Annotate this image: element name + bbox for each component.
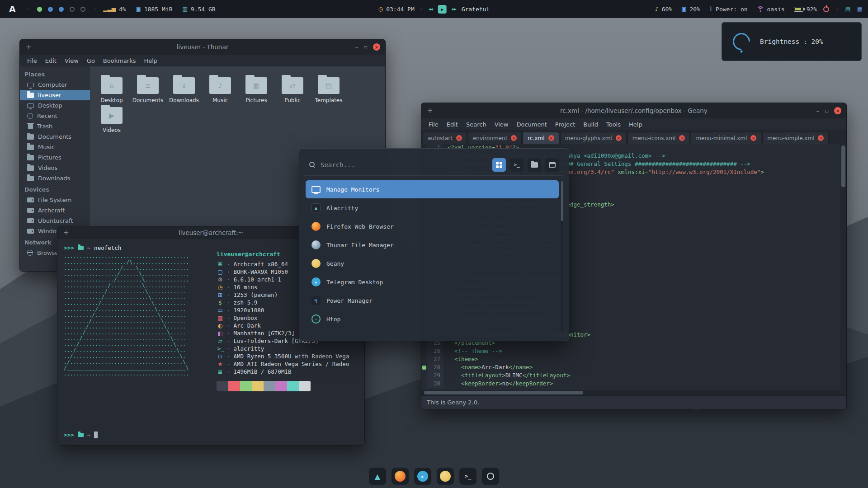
windows-mode-button[interactable] — [545, 158, 559, 172]
folder-public[interactable]: ⇄Public — [274, 74, 311, 103]
sidebar-item-recent[interactable]: Recent — [20, 111, 90, 121]
sidebar-item-liveuser[interactable]: liveuser — [20, 90, 90, 100]
geany-menu-file[interactable]: File — [425, 120, 442, 129]
sidebar-item-ubuntucraft[interactable]: Ubuntucraft — [20, 216, 90, 226]
thunar-menu-bookmarks[interactable]: Bookmarks — [99, 56, 140, 65]
maximize-icon[interactable]: ▫ — [363, 44, 368, 51]
workspace-3-indicator[interactable] — [59, 7, 64, 12]
tab-close-icon[interactable]: × — [456, 135, 462, 141]
brightness-notification[interactable]: Brightness : 20% — [722, 22, 862, 61]
sidebar-item-pictures[interactable]: Pictures — [20, 152, 90, 163]
geany-menu-build[interactable]: Build — [580, 120, 602, 129]
media-play-icon[interactable]: ▶ — [438, 5, 447, 14]
geany-menu-edit[interactable]: Edit — [443, 120, 462, 129]
thunar-menu-go[interactable]: Go — [83, 56, 99, 65]
workspace-5-indicator[interactable] — [80, 7, 85, 12]
tab-close-icon[interactable]: × — [548, 135, 554, 141]
dock-item-geany[interactable] — [436, 467, 454, 485]
launcher-item-manage-monitors[interactable]: Manage Monitors — [306, 180, 559, 198]
sidebar-item-archcraft[interactable]: Archcraft — [20, 205, 90, 216]
workspace-2-indicator[interactable] — [48, 7, 53, 12]
geany-menu-project[interactable]: Project — [552, 120, 579, 129]
dock-item-launcher[interactable] — [481, 467, 500, 485]
thunar-titlebar[interactable]: + liveuser - Thunar – ▫ × — [20, 39, 385, 55]
close-icon[interactable]: × — [834, 107, 841, 114]
dock-item-firefox[interactable] — [391, 467, 409, 485]
tab-close-icon[interactable]: × — [750, 135, 756, 141]
search-input[interactable]: Search... — [321, 161, 487, 169]
tab-close-icon[interactable]: × — [818, 135, 824, 141]
folder-music[interactable]: ♪Music — [202, 74, 238, 103]
folder-videos[interactable]: ▶Videos — [94, 103, 130, 133]
tray-grid-icon[interactable]: ▤ — [845, 6, 850, 13]
launcher-item-htop[interactable]: ▴Htop — [306, 310, 559, 328]
launcher-item-power-manager[interactable]: ↯Power Manager — [306, 291, 559, 310]
dock-item-alacritty[interactable]: ▲ — [368, 467, 387, 485]
thunar-menu-help[interactable]: Help — [140, 56, 161, 65]
launcher-item-geany[interactable]: Geany — [306, 254, 559, 272]
geany-menu-document[interactable]: Document — [513, 120, 550, 129]
dock-item-telegram[interactable]: ▸ — [414, 467, 432, 485]
info-icon: ▭ — [217, 306, 224, 314]
geany-menu-tools[interactable]: Tools — [603, 120, 624, 129]
launcher-item-telegram-desktop[interactable]: ▸Telegram Desktop — [306, 273, 559, 291]
tab-autostart[interactable]: autostart× — [423, 132, 467, 144]
workspace-1-indicator[interactable] — [37, 7, 42, 12]
tab-rc-xml[interactable]: rc.xml× — [523, 132, 559, 144]
close-icon[interactable]: × — [373, 43, 380, 51]
media-next-icon[interactable]: ▶▶ — [452, 7, 456, 11]
tab-menu-icons-xml[interactable]: menu-icons.xml× — [627, 132, 690, 144]
tab-environment[interactable]: environment× — [468, 132, 522, 144]
folder-downloads[interactable]: ↓Downloads — [166, 74, 202, 103]
folder-pictures[interactable]: ▦Pictures — [238, 74, 274, 103]
thunar-menu-view[interactable]: View — [61, 56, 82, 65]
folder-templates[interactable]: ▤Templates — [311, 74, 347, 103]
thunar-menu-edit[interactable]: Edit — [42, 56, 60, 65]
tab-close-icon[interactable]: × — [616, 135, 622, 141]
dock-item-terminal[interactable]: >_ — [459, 467, 477, 485]
workspace-4-indicator[interactable] — [70, 7, 75, 12]
window-plus-icon[interactable]: + — [26, 43, 32, 51]
apps-mode-button[interactable] — [492, 158, 506, 172]
thunar-menu-file[interactable]: File — [24, 56, 41, 65]
minimize-icon[interactable]: – — [355, 44, 359, 51]
tab-menu-minimal-xml[interactable]: menu-minimal.xml× — [691, 132, 761, 144]
vertical-scrollbar[interactable] — [840, 144, 846, 395]
tray-panel-icon[interactable]: ▦ — [857, 6, 863, 13]
launcher-item-firefox-web-browser[interactable]: Firefox Web Browser — [306, 217, 559, 235]
window-plus-icon[interactable]: + — [63, 229, 69, 237]
sidebar-item-downloads[interactable]: Downloads — [20, 173, 90, 183]
launcher-item-alacritty[interactable]: ▲Alacritty — [306, 199, 559, 217]
geany-menu-view[interactable]: View — [491, 120, 512, 129]
info-text: 868x488 — [234, 306, 264, 314]
geany-statusbar: This is Geany 2.0. — [421, 395, 846, 409]
maximize-icon[interactable]: ▫ — [825, 108, 829, 114]
folder-desktop[interactable]: ⌂Desktop — [94, 74, 130, 103]
sidebar-item-file-system[interactable]: File System — [20, 195, 90, 205]
sidebar-item-music[interactable]: Music — [20, 142, 90, 152]
tab-menu-glyphs-xml[interactable]: menu-glyphs.xml× — [560, 132, 627, 144]
files-mode-button[interactable] — [528, 158, 541, 172]
archcraft-logo-icon[interactable]: A — [5, 4, 19, 14]
tab-close-icon[interactable]: × — [679, 135, 685, 141]
rofi-scrollbar[interactable] — [561, 181, 563, 332]
geany-menu-search[interactable]: Search — [462, 120, 490, 129]
folder-documents[interactable]: ≡Documents — [130, 74, 166, 103]
launcher-item-thunar-file-manager[interactable]: Thunar File Manager — [306, 236, 559, 254]
sidebar-item-documents[interactable]: Documents — [20, 131, 90, 142]
run-mode-button[interactable]: >_ — [510, 158, 524, 172]
window-plus-icon[interactable]: + — [427, 107, 433, 115]
geany-menu-help[interactable]: Help — [625, 120, 646, 129]
tab-close-icon[interactable]: × — [511, 135, 517, 141]
media-previous-icon[interactable]: ◀◀ — [429, 7, 433, 11]
tab-menu-simple-xml[interactable]: menu-simple.xml× — [762, 132, 829, 144]
horizontal-scrollbar[interactable] — [421, 390, 840, 395]
geany-titlebar[interactable]: + rc.xml - /home/liveuser/.config/openbo… — [421, 103, 846, 118]
power-icon[interactable] — [823, 6, 829, 12]
sidebar-item-videos[interactable]: Videos — [20, 163, 90, 173]
minimize-icon[interactable]: – — [816, 108, 820, 114]
sidebar-item-computer[interactable]: Computer — [20, 80, 90, 90]
info-separator: · — [227, 345, 231, 352]
sidebar-item-trash[interactable]: Trash — [20, 121, 90, 131]
sidebar-item-desktop[interactable]: Desktop — [20, 100, 90, 111]
